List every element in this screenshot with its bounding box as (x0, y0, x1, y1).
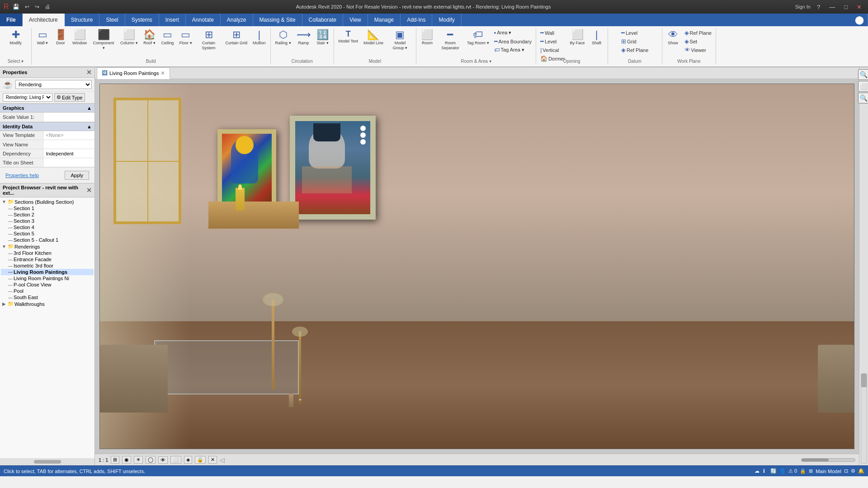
close-hidden-button[interactable]: ✕ (208, 456, 217, 464)
tab-systems[interactable]: Systems (125, 14, 159, 26)
quick-access-save[interactable]: 💾 (11, 3, 21, 11)
ribbon-item-model-group[interactable]: ▣ Model Group ▾ (387, 29, 413, 52)
ribbon-item-by-face[interactable]: ⬜ By Face (568, 29, 587, 47)
workset-label[interactable]: Main Model (816, 469, 841, 474)
tree-item-renderings-group[interactable]: ▼ 📁 Renderings (1, 243, 94, 250)
tree-item-living-room-paintings-ni[interactable]: — Living Room Paintings Ni (1, 275, 94, 282)
quick-access-redo[interactable]: ↪ (33, 3, 41, 11)
view-name-input[interactable]: Living Room Pai... (46, 142, 92, 147)
ribbon-item-floor[interactable]: ▭ Floor ▾ (178, 29, 194, 47)
vertical-scrollbar[interactable] (861, 373, 867, 464)
ribbon-item-show[interactable]: 👁 Show (665, 29, 681, 47)
ribbon-item-column[interactable]: ⬜ Column ▾ (118, 29, 140, 47)
tree-item-sections-group[interactable]: ▼ 📁 Sections (Building Section) (1, 198, 94, 205)
ribbon-item-curtain-system[interactable]: ⊞ Curtain System (196, 29, 222, 52)
ribbon-item-stair[interactable]: 🔢 Stair ▾ (315, 29, 331, 47)
tree-item-living-room-paintings[interactable]: — Living Room Paintings (1, 269, 94, 275)
horizontal-scrollbar[interactable] (801, 458, 855, 462)
properties-help-link[interactable]: Properties help (3, 171, 42, 179)
view-template-value[interactable]: <None> (43, 131, 94, 140)
sync-icon[interactable]: 🔄 (770, 468, 777, 474)
graphics-section-header[interactable]: Graphics ▲ (0, 103, 94, 113)
tree-item-section2[interactable]: — Section 2 (1, 211, 94, 218)
tree-item-isometric[interactable]: — Isometric 3rd floor (1, 263, 94, 269)
tab-contextual[interactable]: ⬤ (851, 14, 868, 26)
ribbon-item-wall[interactable]: ▭ Wall ▾ (34, 29, 51, 47)
ribbon-item-tag-room[interactable]: 🏷 Tag Room ▾ (465, 29, 491, 47)
maximize-button[interactable]: □ (841, 3, 850, 11)
ribbon-item-curtain-grid[interactable]: ⊞ Curtain Grid (224, 29, 250, 47)
shadows-button[interactable]: ◯ (146, 456, 156, 464)
tree-item-south-east[interactable]: — South East (1, 294, 94, 300)
quick-access-print[interactable]: 🖨 (43, 3, 52, 11)
apply-button[interactable]: Apply (65, 171, 89, 180)
show-hidden-button[interactable]: 👁 (158, 456, 168, 464)
tree-item-pool-close[interactable]: — P-ool Close View (1, 282, 94, 288)
minimize-button[interactable]: — (826, 3, 838, 11)
tree-item-walkthroughs-group[interactable]: ▶ 📁 Walkthroughs (1, 300, 94, 307)
ribbon-item-room[interactable]: ⬜ Room (419, 29, 435, 47)
properties-type-select[interactable]: Rendering (15, 80, 92, 89)
tab-structure[interactable]: Structure (65, 14, 100, 26)
ribbon-item-window[interactable]: ⬜ Window (71, 29, 89, 47)
ribbon-item-area-boundary[interactable]: ━ Area Boundary (493, 38, 533, 45)
tab-architecture[interactable]: Architecture (23, 14, 65, 26)
zoom-fit-button[interactable]: ⬜ (858, 81, 868, 92)
tree-item-section5[interactable]: — Section 5 (1, 230, 94, 237)
tree-item-section4[interactable]: — Section 4 (1, 224, 94, 230)
ribbon-item-railing[interactable]: ⬡ Railing ▾ (274, 29, 293, 47)
tab-file[interactable]: File (0, 14, 23, 26)
identity-section-header[interactable]: Identity Data ▲ (0, 122, 94, 131)
help-button[interactable]: ? (814, 3, 823, 11)
tab-collaborate[interactable]: Collaborate (302, 14, 343, 26)
tree-item-section5-callout[interactable]: — Section 5 - Callout 1 (1, 237, 94, 243)
tab-modify[interactable]: Modify (432, 14, 461, 26)
doc-tab-living-room[interactable]: 🖼 Living Room Paintings ✕ (97, 67, 170, 79)
hide-crop-button[interactable]: ◈ (184, 456, 192, 464)
ribbon-item-modify[interactable]: ✚ Modify (8, 29, 24, 47)
ribbon-item-tag-area[interactable]: 🏷 Tag Area ▾ (493, 46, 533, 54)
close-button[interactable]: ✕ (854, 3, 864, 11)
tab-insert[interactable]: Insert (159, 14, 186, 26)
ribbon-item-level[interactable]: ━ Level (539, 38, 566, 45)
ribbon-item-wall-item[interactable]: ━ Wall (539, 29, 566, 37)
ribbon-item-level-datum[interactable]: ━ Level (620, 29, 650, 37)
ribbon-item-ref-plane2[interactable]: ◈ Ref Plane (683, 29, 713, 37)
visual-style-button[interactable]: ◉ (122, 456, 131, 464)
ribbon-item-component[interactable]: ⬛ Component ▾ (90, 29, 117, 52)
ribbon-item-grid[interactable]: ⊞ Grid (620, 38, 650, 45)
ribbon-item-ramp[interactable]: ⟿ Ramp (295, 29, 313, 47)
ribbon-item-room-separator[interactable]: ━ Room Separator (437, 29, 463, 52)
tree-item-3rd-floor-kitchen[interactable]: — 3rd Floor Kitchen (1, 250, 94, 256)
ribbon-item-model-text[interactable]: T Model Text (337, 29, 360, 45)
ribbon-item-model-line[interactable]: 📐 Model Line (362, 29, 385, 47)
tree-item-section1[interactable]: — Section 1 (1, 205, 94, 211)
title-sheet-input[interactable] (46, 160, 92, 165)
crop-region-button[interactable]: ⬜ (170, 456, 181, 464)
tab-annotate[interactable]: Annotate (186, 14, 221, 26)
viewport[interactable] (99, 84, 854, 449)
tab-analyze[interactable]: Analyze (221, 14, 253, 26)
cloud-sync-icon[interactable]: ☁ (755, 468, 760, 474)
zoom-in-button[interactable]: 🔍 (858, 69, 868, 80)
settings-icon[interactable]: ⚙ (851, 468, 855, 474)
ribbon-item-set[interactable]: ◈ Set (683, 38, 713, 45)
tab-view[interactable]: View (343, 14, 368, 26)
tree-item-pool[interactable]: — Pool (1, 288, 94, 294)
ribbon-item-ceiling[interactable]: ▭ Ceiling (160, 29, 176, 47)
warning-count[interactable]: ⚠ 0 (788, 468, 797, 474)
ribbon-item-viewer[interactable]: 👁 Viewer (683, 46, 713, 54)
tab-manage[interactable]: Manage (368, 14, 401, 26)
ribbon-item-roof[interactable]: 🏠 Roof ▾ (142, 29, 158, 47)
project-browser-close-button[interactable]: ✕ (86, 187, 92, 194)
notifications-icon[interactable]: 🔔 (858, 468, 864, 474)
tree-item-entrance-facade[interactable]: — Entrance Facade (1, 256, 94, 263)
scale-value-input[interactable]: 1 (46, 114, 92, 120)
ribbon-item-ref-plane[interactable]: ◈ Ref Plane (620, 46, 650, 54)
ribbon-item-shaft[interactable]: | Shaft (589, 29, 605, 47)
properties-close-button[interactable]: ✕ (86, 69, 92, 76)
lock-view-button[interactable]: 🔒 (195, 456, 206, 464)
quick-access-undo[interactable]: ↩ (23, 3, 31, 11)
tree-item-section3[interactable]: — Section 3 (1, 218, 94, 224)
ribbon-item-area[interactable]: ▪ Area ▾ (493, 29, 533, 37)
